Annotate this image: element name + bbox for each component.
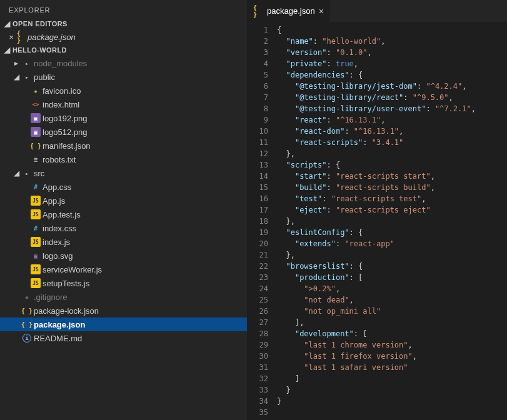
file-item[interactable]: logo192.png: [0, 111, 247, 125]
file-item[interactable]: App.js: [0, 194, 247, 208]
file-item[interactable]: robots.txt: [0, 152, 247, 166]
css-icon: [30, 182, 41, 192]
file-item[interactable]: index.html: [0, 98, 247, 111]
line-number: 29: [247, 339, 268, 351]
line-number: 27: [247, 317, 268, 328]
code-line: "@testing-library/react": "^9.5.0",: [277, 92, 507, 103]
img-icon: [30, 127, 41, 137]
folder-icon: [21, 72, 33, 82]
tree-item-label: node_modules: [34, 59, 242, 68]
tree-item-label: src: [34, 169, 242, 178]
open-editors-title: OPEN EDITORS: [13, 20, 68, 28]
line-number: 28: [247, 328, 268, 339]
file-item[interactable]: README.md: [0, 331, 247, 345]
star-icon: [30, 86, 41, 96]
tree-item-label: index.css: [43, 224, 242, 233]
code-line: "dependencies": {: [277, 69, 507, 81]
workspace-title: HELLO-WORLD: [13, 46, 67, 54]
file-item[interactable]: .gitignore: [0, 290, 247, 304]
tab-bar: package.json ×: [247, 0, 507, 22]
line-number: 7: [247, 92, 268, 103]
code-line: "last 1 chrome version",: [277, 339, 507, 351]
line-number: 15: [247, 182, 268, 193]
code-line: "build": "react-scripts build",: [277, 182, 507, 193]
file-item[interactable]: package-lock.json: [0, 304, 247, 318]
line-number: 8: [247, 103, 268, 114]
folder-icon: [21, 58, 33, 68]
line-number: 17: [247, 204, 268, 216]
line-number: 3: [247, 47, 268, 58]
line-number: 21: [247, 249, 268, 261]
code-line: "browserslist": {: [277, 261, 507, 272]
json-icon: [30, 141, 41, 151]
file-item[interactable]: logo512.png: [0, 125, 247, 139]
file-item[interactable]: logo.svg: [0, 249, 247, 262]
code-line: {: [277, 24, 507, 36]
file-tree: ▸node_modules◢publicfavicon.icoindex.htm…: [0, 56, 247, 349]
code-line: "@testing-library/user-event": "^7.2.1",: [277, 103, 507, 114]
code-line: "not dead",: [277, 294, 507, 306]
workspace-header[interactable]: ◢ HELLO-WORLD: [0, 44, 247, 56]
open-editors-header[interactable]: ◢ OPEN EDITORS: [0, 18, 247, 30]
code-line: "last 1 safari version": [277, 362, 507, 373]
file-item[interactable]: serviceWorker.js: [0, 262, 247, 276]
open-editor-item[interactable]: ×package.json: [0, 30, 247, 44]
file-item[interactable]: index.js: [0, 235, 247, 249]
img-icon: [30, 113, 41, 123]
code-line: },: [277, 216, 507, 227]
json-icon: [21, 319, 33, 329]
code-line: },: [277, 249, 507, 261]
file-item[interactable]: favicon.ico: [0, 84, 247, 98]
code-line: "react-scripts": "3.4.1": [277, 137, 507, 148]
folder-item[interactable]: ◢src: [0, 166, 247, 180]
line-number: 23: [247, 272, 268, 283]
line-number: 4: [247, 58, 268, 69]
line-number: 25: [247, 294, 268, 306]
code-line: ],: [277, 317, 507, 328]
js-icon: [30, 264, 41, 274]
line-number: 34: [247, 396, 268, 407]
code-line: "@testing-library/jest-dom": "^4.2.4",: [277, 81, 507, 92]
line-number: 35: [247, 407, 268, 418]
git-icon: [21, 292, 33, 302]
editor-pane: package.json × 1234567891011121314151617…: [247, 0, 507, 420]
file-item[interactable]: App.css: [0, 180, 247, 194]
line-number: 31: [247, 362, 268, 373]
line-number: 26: [247, 306, 268, 317]
code-line: },: [277, 148, 507, 159]
tree-item-label: serviceWorker.js: [43, 265, 242, 274]
code-line: "test": "react-scripts test",: [277, 193, 507, 204]
file-item[interactable]: index.css: [0, 221, 247, 235]
line-number: 12: [247, 148, 268, 159]
close-icon[interactable]: ×: [6, 32, 16, 42]
tree-item-label: .gitignore: [34, 292, 242, 302]
folder-item[interactable]: ▸node_modules: [0, 56, 247, 70]
chevron-down-icon: ◢: [11, 169, 21, 178]
code-content[interactable]: { "name": "hello-world", "version": "0.1…: [277, 22, 507, 420]
close-icon[interactable]: ×: [319, 6, 324, 16]
line-number: 13: [247, 159, 268, 171]
code-line: [277, 407, 507, 418]
code-line: ">0.2%",: [277, 283, 507, 294]
file-item[interactable]: manifest.json: [0, 139, 247, 152]
file-item[interactable]: App.test.js: [0, 208, 247, 221]
txt-icon: [30, 154, 41, 164]
code-line: "react": "^16.13.1",: [277, 114, 507, 126]
tree-item-label: README.md: [34, 334, 242, 343]
tree-item-label: manifest.json: [43, 141, 242, 151]
file-item[interactable]: setupTests.js: [0, 276, 247, 290]
tree-item-label: setupTests.js: [43, 279, 242, 288]
code-line: "version": "0.1.0",: [277, 47, 507, 58]
tree-item-label: favicon.ico: [43, 86, 242, 96]
js-icon: [30, 237, 41, 247]
folder-item[interactable]: ◢public: [0, 70, 247, 84]
code-line: }: [277, 396, 507, 407]
code-line: "development": [: [277, 328, 507, 339]
code-line: "last 1 firefox version",: [277, 351, 507, 362]
tab-package-json[interactable]: package.json ×: [247, 0, 330, 22]
file-item[interactable]: package.json: [0, 318, 247, 331]
code-line: "eslintConfig": {: [277, 227, 507, 238]
code-area[interactable]: 1234567891011121314151617181920212223242…: [247, 22, 507, 420]
code-line: ]: [277, 373, 507, 384]
chevron-down-icon: ◢: [11, 72, 21, 81]
